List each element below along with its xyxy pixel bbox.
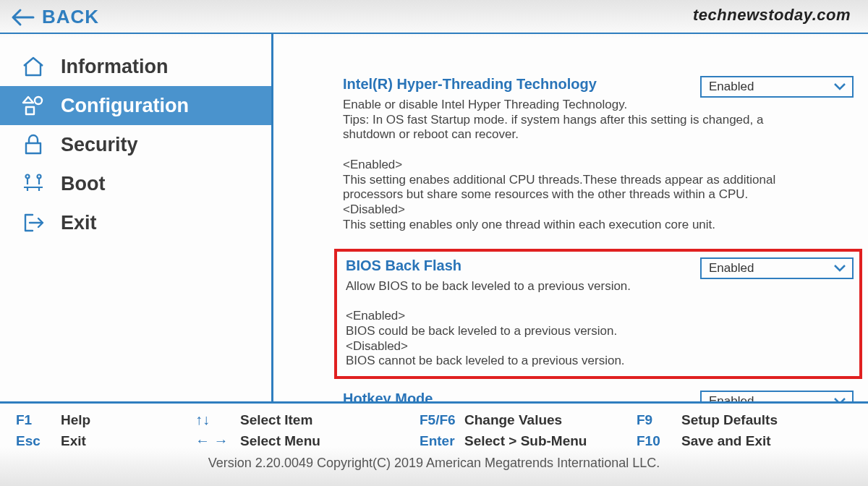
footer-key: F1 <box>16 412 54 428</box>
footer-key: F10 <box>637 433 674 449</box>
chevron-down-icon <box>833 82 846 91</box>
dropdown-value: Enabled <box>709 80 754 94</box>
footer-label: Setup Defaults <box>681 412 778 428</box>
setting-hotkey: Hotkey Mode Enabled Enable or disable Ho… <box>343 391 854 401</box>
arrow-updown-icon: ↑↓ <box>195 412 233 428</box>
setting-hyperthreading: Intel(R) Hyper-Threading Technology Enab… <box>343 76 854 233</box>
footer-label: Save and Exit <box>681 433 771 449</box>
backflash-dropdown[interactable]: Enabled <box>700 257 854 279</box>
back-arrow-icon[interactable] <box>10 8 35 27</box>
dropdown-value: Enabled <box>709 394 754 401</box>
footer: F1 Help ↑↓ Select Item F5/F6 Change Valu… <box>0 401 868 472</box>
highlight-box: BIOS Back Flash Enabled Allow BIOS to be… <box>334 249 862 379</box>
footer-row: Esc Exit ← → Select Menu Enter Select > … <box>0 430 868 451</box>
home-icon <box>20 54 46 79</box>
setting-desc: Allow BIOS to be back leveled to a previ… <box>346 279 787 369</box>
main: Information Configuration Security Boot <box>0 34 868 401</box>
footer-label: Change Values <box>464 412 562 428</box>
sidebar-item-information[interactable]: Information <box>0 47 271 86</box>
sidebar-item-boot[interactable]: Boot <box>0 164 271 203</box>
footer-label: Exit <box>61 433 86 449</box>
footer-label: Select Menu <box>240 433 320 449</box>
hotkey-dropdown[interactable]: Enabled <box>700 391 854 401</box>
sidebar-item-label: Configuration <box>61 95 189 117</box>
svg-point-3 <box>26 175 30 179</box>
lock-icon <box>20 132 46 157</box>
chevron-down-icon <box>833 397 846 401</box>
footer-hint: Enter Select > Sub-Menu <box>420 432 637 449</box>
sidebar-item-label: Information <box>61 56 169 78</box>
chevron-down-icon <box>833 264 846 273</box>
dropdown-value: Enabled <box>709 261 754 276</box>
footer-label: Select > Sub-Menu <box>464 433 587 449</box>
exit-icon <box>20 210 46 235</box>
hyperthreading-dropdown[interactable]: Enabled <box>700 76 854 98</box>
arrow-leftright-icon: ← → <box>195 432 233 449</box>
svg-point-4 <box>38 175 41 179</box>
footer-label: Select Item <box>240 412 312 428</box>
footer-hint: ↑↓ Select Item <box>195 412 420 428</box>
content-panel: Intel(R) Hyper-Threading Technology Enab… <box>273 34 868 401</box>
footer-hint: F1 Help <box>0 412 195 428</box>
sidebar-item-label: Exit <box>61 212 97 234</box>
footer-hint: ← → Select Menu <box>195 432 420 449</box>
svg-point-0 <box>35 97 42 104</box>
footer-hint: F5/F6 Change Values <box>420 412 637 428</box>
footer-key: F9 <box>637 412 674 428</box>
watermark: technewstoday.com <box>693 6 851 25</box>
footer-key: Enter <box>420 433 457 449</box>
footer-key: F5/F6 <box>420 412 457 428</box>
footer-row: F1 Help ↑↓ Select Item F5/F6 Change Valu… <box>0 409 868 430</box>
footer-hint: Esc Exit <box>0 432 195 449</box>
sidebar-item-label: Security <box>61 134 138 156</box>
svg-rect-1 <box>26 107 34 114</box>
setting-title: Intel(R) Hyper-Threading Technology <box>343 76 597 93</box>
sidebar-item-label: Boot <box>61 173 105 195</box>
footer-hint: F10 Save and Exit <box>637 432 868 449</box>
sidebar-item-security[interactable]: Security <box>0 125 271 164</box>
footer-key: Esc <box>16 433 54 449</box>
sidebar-item-configuration[interactable]: Configuration <box>0 86 271 125</box>
svg-rect-2 <box>26 143 41 153</box>
sidebar-item-exit[interactable]: Exit <box>0 203 271 242</box>
setting-title: BIOS Back Flash <box>346 257 461 274</box>
copyright: Version 2.20.0049 Copyright(C) 2019 Amer… <box>0 451 868 471</box>
sidebar: Information Configuration Security Boot <box>0 34 273 401</box>
footer-hint: F9 Setup Defaults <box>637 412 868 428</box>
footer-label: Help <box>61 412 90 428</box>
setting-backflash: BIOS Back Flash Enabled Allow BIOS to be… <box>346 257 854 369</box>
boot-icon <box>20 171 46 196</box>
shapes-icon <box>20 93 46 118</box>
setting-desc: Enable or disable Intel Hyper Threading … <box>343 98 784 233</box>
back-button[interactable]: BACK <box>42 6 99 28</box>
setting-title: Hotkey Mode <box>343 391 433 401</box>
